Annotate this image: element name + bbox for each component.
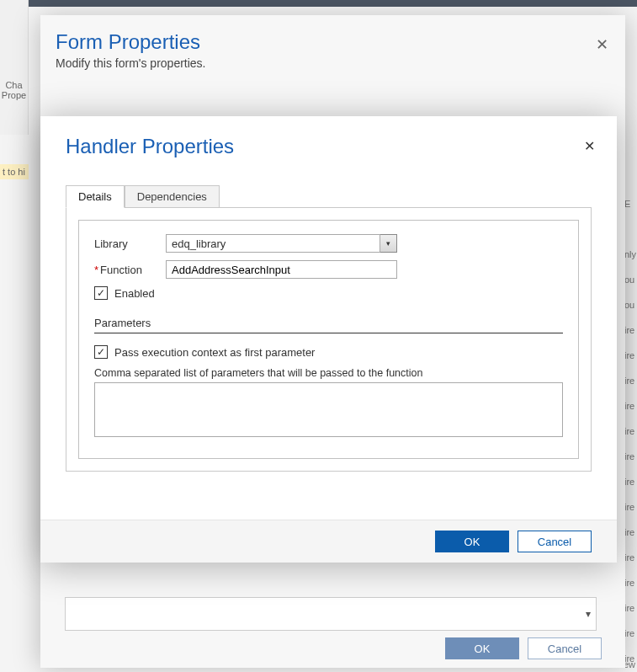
bg-sidebar-button: Cha Prope [0,0,29,135]
bg-info-text: t to hi [3,167,25,177]
pass-context-row: ✓ Pass execution context as first parame… [94,345,563,359]
handler-ok-button[interactable]: OK [435,531,509,552]
function-input[interactable] [166,260,397,279]
library-select-value[interactable]: edq_library [166,234,380,253]
bg-info-bar: t to hi [0,164,29,179]
function-row: *Function [94,260,563,279]
form-properties-title: Form Properties [56,30,605,54]
form-properties-header: Form Properties Modify this form's prope… [40,15,625,78]
library-label: Library [94,237,166,250]
outer-list-box[interactable]: ▾ [65,597,597,631]
bg-sidebar-label: Cha Prope [2,80,26,100]
handler-properties-footer: OK Cancel [40,520,617,563]
bg-topbar [0,0,637,7]
parameters-textarea[interactable] [94,382,563,437]
chevron-down-icon[interactable]: ▾ [586,608,591,620]
details-panel: Library edq_library ▾ *Function ✓ [78,220,579,459]
enabled-check-row: ✓ Enabled [94,286,155,300]
library-row: Library edq_library ▾ [94,234,563,253]
form-properties-ok-button[interactable]: OK [445,637,519,659]
library-select[interactable]: edq_library ▾ [166,234,397,253]
form-properties-footer: OK Cancel [445,637,602,659]
handler-cancel-button[interactable]: Cancel [518,531,592,552]
pass-context-checkbox[interactable]: ✓ [94,345,108,359]
tab-details[interactable]: Details [66,185,125,208]
chevron-down-icon: ▾ [386,239,390,248]
handler-properties-body: Details Dependencies Library edq_library… [40,167,617,520]
handler-properties-dialog: Handler Properties ✕ Details Dependencie… [40,116,617,563]
handler-properties-title: Handler Properties [66,135,592,158]
enabled-checkbox[interactable]: ✓ [94,286,108,300]
form-properties-subtitle: Modify this form's properties. [56,56,605,70]
form-properties-close-button[interactable]: ✕ [596,35,608,54]
library-select-dropdown-button[interactable]: ▾ [380,234,397,253]
parameters-divider [94,333,563,333]
enabled-label: Enabled [114,287,155,300]
tab-container: Details Dependencies Library edq_library… [66,207,592,472]
tab-dependencies[interactable]: Dependencies [125,185,220,208]
function-label-text: Function [100,264,142,276]
handler-properties-header: Handler Properties ✕ [40,116,617,167]
parameters-section-title: Parameters [94,317,563,329]
required-asterisk-icon: * [94,264,98,276]
form-properties-cancel-button[interactable]: Cancel [528,637,602,659]
enabled-row: ✓ Enabled [94,286,563,300]
param-help-text: Comma separated list of parameters that … [94,367,563,379]
tab-bar: Details Dependencies [66,185,591,208]
bg-right-fragments: Enlyououireireireireireireireireireireir… [624,199,637,672]
function-label: *Function [94,264,166,276]
handler-properties-close-button[interactable]: ✕ [584,138,595,154]
pass-context-label: Pass execution context as first paramete… [114,346,315,359]
